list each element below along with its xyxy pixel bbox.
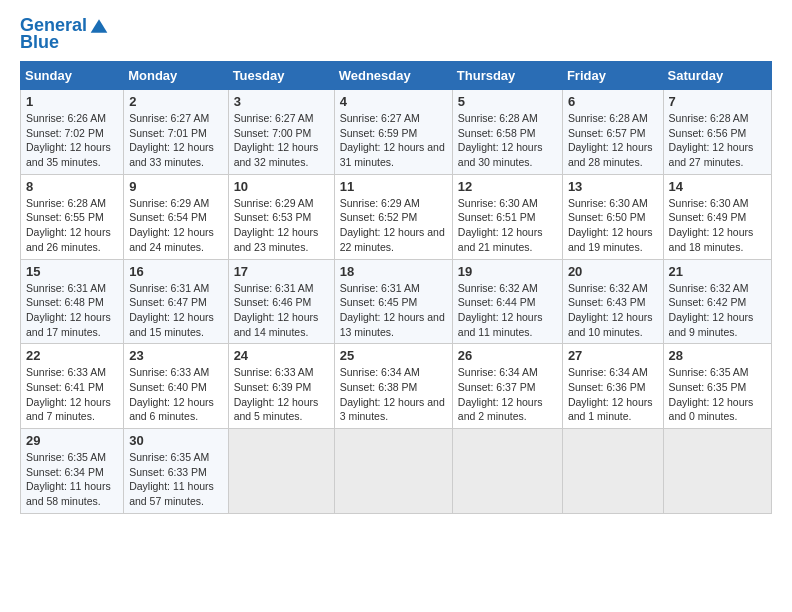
day-cell: 18 Sunrise: 6:31 AMSunset: 6:45 PMDaylig… <box>334 259 452 344</box>
day-cell: 9 Sunrise: 6:29 AMSunset: 6:54 PMDayligh… <box>124 174 228 259</box>
day-number: 27 <box>568 348 658 363</box>
day-info: Sunrise: 6:29 AMSunset: 6:52 PMDaylight:… <box>340 196 447 255</box>
day-number: 15 <box>26 264 118 279</box>
calendar-table: SundayMondayTuesdayWednesdayThursdayFrid… <box>20 61 772 514</box>
day-cell <box>562 429 663 514</box>
day-info: Sunrise: 6:31 AMSunset: 6:47 PMDaylight:… <box>129 281 222 340</box>
col-header-thursday: Thursday <box>452 62 562 90</box>
day-info: Sunrise: 6:35 AMSunset: 6:33 PMDaylight:… <box>129 450 222 509</box>
day-number: 22 <box>26 348 118 363</box>
week-row-5: 29 Sunrise: 6:35 AMSunset: 6:34 PMDaylig… <box>21 429 772 514</box>
col-header-wednesday: Wednesday <box>334 62 452 90</box>
day-cell: 11 Sunrise: 6:29 AMSunset: 6:52 PMDaylig… <box>334 174 452 259</box>
day-number: 8 <box>26 179 118 194</box>
day-number: 30 <box>129 433 222 448</box>
day-info: Sunrise: 6:35 AMSunset: 6:34 PMDaylight:… <box>26 450 118 509</box>
day-info: Sunrise: 6:27 AMSunset: 7:01 PMDaylight:… <box>129 111 222 170</box>
day-number: 11 <box>340 179 447 194</box>
day-number: 18 <box>340 264 447 279</box>
day-cell <box>334 429 452 514</box>
day-info: Sunrise: 6:26 AMSunset: 7:02 PMDaylight:… <box>26 111 118 170</box>
day-number: 13 <box>568 179 658 194</box>
day-cell: 2 Sunrise: 6:27 AMSunset: 7:01 PMDayligh… <box>124 90 228 175</box>
day-number: 10 <box>234 179 329 194</box>
day-cell: 16 Sunrise: 6:31 AMSunset: 6:47 PMDaylig… <box>124 259 228 344</box>
day-info: Sunrise: 6:31 AMSunset: 6:46 PMDaylight:… <box>234 281 329 340</box>
logo-icon <box>89 16 109 36</box>
day-info: Sunrise: 6:31 AMSunset: 6:45 PMDaylight:… <box>340 281 447 340</box>
day-info: Sunrise: 6:34 AMSunset: 6:36 PMDaylight:… <box>568 365 658 424</box>
day-cell: 21 Sunrise: 6:32 AMSunset: 6:42 PMDaylig… <box>663 259 771 344</box>
day-cell: 30 Sunrise: 6:35 AMSunset: 6:33 PMDaylig… <box>124 429 228 514</box>
day-cell: 29 Sunrise: 6:35 AMSunset: 6:34 PMDaylig… <box>21 429 124 514</box>
day-number: 16 <box>129 264 222 279</box>
day-number: 6 <box>568 94 658 109</box>
column-headers-row: SundayMondayTuesdayWednesdayThursdayFrid… <box>21 62 772 90</box>
day-info: Sunrise: 6:27 AMSunset: 7:00 PMDaylight:… <box>234 111 329 170</box>
day-number: 26 <box>458 348 557 363</box>
day-info: Sunrise: 6:29 AMSunset: 6:54 PMDaylight:… <box>129 196 222 255</box>
day-cell: 1 Sunrise: 6:26 AMSunset: 7:02 PMDayligh… <box>21 90 124 175</box>
day-number: 9 <box>129 179 222 194</box>
day-cell <box>228 429 334 514</box>
day-number: 2 <box>129 94 222 109</box>
day-info: Sunrise: 6:30 AMSunset: 6:50 PMDaylight:… <box>568 196 658 255</box>
day-number: 4 <box>340 94 447 109</box>
col-header-friday: Friday <box>562 62 663 90</box>
day-number: 14 <box>669 179 766 194</box>
day-number: 19 <box>458 264 557 279</box>
day-cell: 24 Sunrise: 6:33 AMSunset: 6:39 PMDaylig… <box>228 344 334 429</box>
col-header-saturday: Saturday <box>663 62 771 90</box>
day-number: 1 <box>26 94 118 109</box>
day-cell: 13 Sunrise: 6:30 AMSunset: 6:50 PMDaylig… <box>562 174 663 259</box>
day-info: Sunrise: 6:32 AMSunset: 6:44 PMDaylight:… <box>458 281 557 340</box>
day-info: Sunrise: 6:28 AMSunset: 6:55 PMDaylight:… <box>26 196 118 255</box>
day-number: 3 <box>234 94 329 109</box>
day-cell <box>452 429 562 514</box>
day-info: Sunrise: 6:30 AMSunset: 6:49 PMDaylight:… <box>669 196 766 255</box>
day-number: 21 <box>669 264 766 279</box>
day-info: Sunrise: 6:27 AMSunset: 6:59 PMDaylight:… <box>340 111 447 170</box>
day-cell: 12 Sunrise: 6:30 AMSunset: 6:51 PMDaylig… <box>452 174 562 259</box>
day-info: Sunrise: 6:32 AMSunset: 6:43 PMDaylight:… <box>568 281 658 340</box>
day-info: Sunrise: 6:34 AMSunset: 6:38 PMDaylight:… <box>340 365 447 424</box>
day-info: Sunrise: 6:32 AMSunset: 6:42 PMDaylight:… <box>669 281 766 340</box>
day-info: Sunrise: 6:28 AMSunset: 6:58 PMDaylight:… <box>458 111 557 170</box>
svg-marker-0 <box>91 19 108 32</box>
day-cell: 3 Sunrise: 6:27 AMSunset: 7:00 PMDayligh… <box>228 90 334 175</box>
col-header-sunday: Sunday <box>21 62 124 90</box>
week-row-2: 8 Sunrise: 6:28 AMSunset: 6:55 PMDayligh… <box>21 174 772 259</box>
day-cell: 26 Sunrise: 6:34 AMSunset: 6:37 PMDaylig… <box>452 344 562 429</box>
header: General Blue <box>20 16 772 53</box>
day-cell: 17 Sunrise: 6:31 AMSunset: 6:46 PMDaylig… <box>228 259 334 344</box>
day-cell: 5 Sunrise: 6:28 AMSunset: 6:58 PMDayligh… <box>452 90 562 175</box>
day-cell: 6 Sunrise: 6:28 AMSunset: 6:57 PMDayligh… <box>562 90 663 175</box>
day-number: 23 <box>129 348 222 363</box>
day-info: Sunrise: 6:31 AMSunset: 6:48 PMDaylight:… <box>26 281 118 340</box>
day-cell: 22 Sunrise: 6:33 AMSunset: 6:41 PMDaylig… <box>21 344 124 429</box>
col-header-monday: Monday <box>124 62 228 90</box>
day-info: Sunrise: 6:29 AMSunset: 6:53 PMDaylight:… <box>234 196 329 255</box>
day-number: 25 <box>340 348 447 363</box>
page-container: General Blue SundayMondayTuesdayWednesda… <box>0 0 792 524</box>
day-info: Sunrise: 6:34 AMSunset: 6:37 PMDaylight:… <box>458 365 557 424</box>
day-number: 24 <box>234 348 329 363</box>
day-cell: 23 Sunrise: 6:33 AMSunset: 6:40 PMDaylig… <box>124 344 228 429</box>
day-number: 17 <box>234 264 329 279</box>
day-number: 20 <box>568 264 658 279</box>
day-cell: 25 Sunrise: 6:34 AMSunset: 6:38 PMDaylig… <box>334 344 452 429</box>
day-number: 28 <box>669 348 766 363</box>
day-info: Sunrise: 6:28 AMSunset: 6:56 PMDaylight:… <box>669 111 766 170</box>
day-cell: 7 Sunrise: 6:28 AMSunset: 6:56 PMDayligh… <box>663 90 771 175</box>
week-row-1: 1 Sunrise: 6:26 AMSunset: 7:02 PMDayligh… <box>21 90 772 175</box>
day-info: Sunrise: 6:28 AMSunset: 6:57 PMDaylight:… <box>568 111 658 170</box>
day-number: 12 <box>458 179 557 194</box>
day-cell: 15 Sunrise: 6:31 AMSunset: 6:48 PMDaylig… <box>21 259 124 344</box>
logo: General Blue <box>20 16 109 53</box>
day-cell: 19 Sunrise: 6:32 AMSunset: 6:44 PMDaylig… <box>452 259 562 344</box>
day-cell <box>663 429 771 514</box>
day-number: 5 <box>458 94 557 109</box>
day-cell: 10 Sunrise: 6:29 AMSunset: 6:53 PMDaylig… <box>228 174 334 259</box>
day-number: 7 <box>669 94 766 109</box>
day-info: Sunrise: 6:33 AMSunset: 6:41 PMDaylight:… <box>26 365 118 424</box>
